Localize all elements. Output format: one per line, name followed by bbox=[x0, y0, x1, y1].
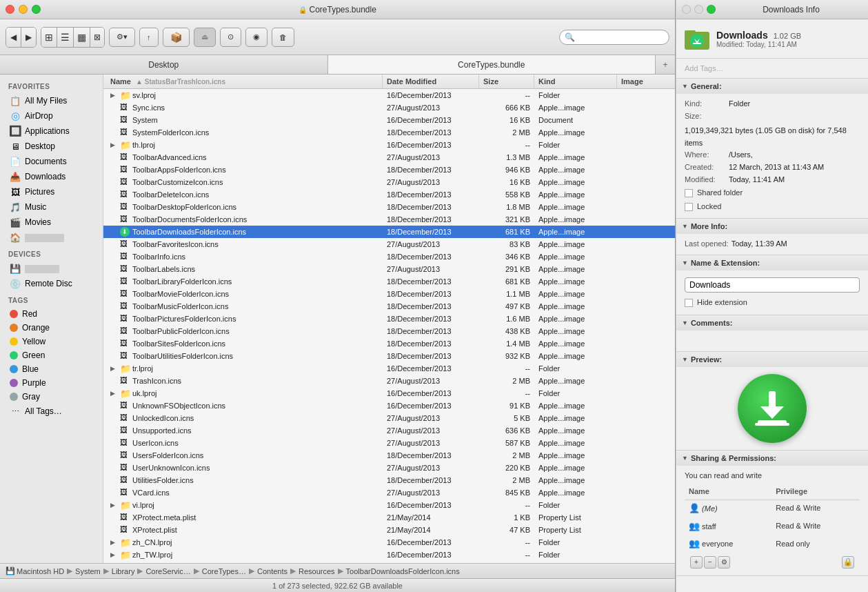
table-row[interactable]: 🖼UnknownFSObjectIcon.icns16/December/201… bbox=[103, 399, 675, 412]
col-header-date[interactable]: Date Modified bbox=[383, 75, 479, 88]
expander-icon[interactable]: ▶ bbox=[110, 365, 117, 372]
more-info-section-header[interactable]: ▼ More Info: bbox=[676, 219, 868, 234]
table-row[interactable]: 🖼System16/December/201316 KBDocument bbox=[103, 114, 675, 126]
delete-button[interactable]: 🗑 bbox=[272, 28, 294, 47]
table-row[interactable]: 🖼ToolbarAdvanced.icns27/August/20131.3 M… bbox=[103, 151, 675, 164]
search-input[interactable] bbox=[559, 30, 669, 45]
coverflow-view-button[interactable]: ⊠ bbox=[90, 28, 104, 47]
quick-look-button[interactable]: ◉ bbox=[245, 28, 268, 47]
col-header-size[interactable]: Size bbox=[479, 75, 534, 88]
table-row[interactable]: 🖼VCard.icns27/August/2013845 KBApple...i… bbox=[103, 486, 675, 499]
expander-icon[interactable]: ▶ bbox=[110, 390, 117, 397]
perm-remove-button[interactable]: − bbox=[704, 556, 716, 569]
sidebar-item-tag-blue[interactable]: Blue bbox=[3, 362, 100, 376]
table-row[interactable]: 🖼UtilitiesFolder.icns18/December/20132 M… bbox=[103, 474, 675, 486]
table-row[interactable]: 🖼Sync.icns27/August/2013666 KBApple...im… bbox=[103, 101, 675, 114]
table-row[interactable]: ▶📁uk.lproj16/December/2013--Folder bbox=[103, 387, 675, 399]
tab-coretypes[interactable]: CoreTypes.bundle bbox=[328, 55, 656, 74]
sidebar-item-macintosh-hd[interactable]: 💾 ███████ bbox=[3, 261, 100, 276]
table-row[interactable]: 🖼UnlockedIcon.icns27/August/20135 KBAppl… bbox=[103, 412, 675, 424]
sidebar-item-airdrop[interactable]: ◎ AirDrop bbox=[3, 108, 100, 124]
sidebar-item-pictures[interactable]: 🖼 Pictures bbox=[3, 184, 100, 199]
sharing-header[interactable]: ▼ Sharing & Permissions: bbox=[676, 451, 868, 466]
close-button[interactable] bbox=[6, 5, 14, 14]
table-row[interactable]: 🖼XProtect.meta.plist21/May/20141 KBPrope… bbox=[103, 511, 675, 524]
hide-extension-checkbox[interactable] bbox=[685, 299, 693, 307]
table-row[interactable]: 🖼ToolbarAppsFolderIcon.icns18/December/2… bbox=[103, 164, 675, 176]
table-row[interactable]: 🖼ToolbarFavoritesIcon.icns27/August/2013… bbox=[103, 238, 675, 250]
sidebar-item-remote-disc[interactable]: 💿 Remote Disc bbox=[3, 276, 100, 291]
share-button[interactable]: ↑ bbox=[139, 28, 159, 47]
table-row[interactable]: 🖼UserIcon.icns27/August/2013587 KBApple.… bbox=[103, 437, 675, 449]
perm-gear-button[interactable]: ⚙ bbox=[718, 556, 730, 569]
sidebar-item-tag-gray[interactable]: Gray bbox=[3, 390, 100, 404]
forward-button[interactable]: ▶ bbox=[21, 28, 36, 47]
dropbox-button[interactable]: 📦 bbox=[163, 28, 190, 47]
sidebar-item-tag-purple[interactable]: Purple bbox=[3, 376, 100, 390]
table-row[interactable]: 🖼ToolbarPicturesFolderIcon.icns18/Decemb… bbox=[103, 313, 675, 325]
name-extension-header[interactable]: ▼ Name & Extension: bbox=[676, 255, 868, 270]
table-row[interactable]: 🖼ToolbarUtilitiesFolderIcon.icns18/Decem… bbox=[103, 350, 675, 362]
sidebar-item-home[interactable]: 🏠 ████████ bbox=[3, 230, 100, 245]
perm-add-button[interactable]: + bbox=[690, 556, 703, 569]
arrange-button[interactable]: ⚙▾ bbox=[109, 28, 135, 47]
sidebar-item-downloads[interactable]: 📥 Downloads bbox=[3, 169, 100, 184]
table-row[interactable]: ▶📁zh_CN.lproj16/December/2013--Folder bbox=[103, 536, 675, 549]
expander-icon[interactable]: ▶ bbox=[110, 92, 117, 99]
table-row[interactable]: ▶📁th.lproj16/December/2013--Folder bbox=[103, 139, 675, 151]
table-row[interactable]: 🖼ToolbarMusicFolderIcon.icns18/December/… bbox=[103, 300, 675, 313]
table-row[interactable]: 🖼version.plist21/May/2014464 bytesProper… bbox=[103, 561, 675, 563]
sidebar-item-all-my-files[interactable]: 📋 All My Files bbox=[3, 93, 100, 108]
table-row[interactable]: 🖼XProtect.plist21/May/201447 KBProperty … bbox=[103, 524, 675, 536]
path-button[interactable]: ⊙ bbox=[220, 28, 241, 47]
sidebar-item-tag-yellow[interactable]: Yellow bbox=[3, 335, 100, 348]
general-section-header[interactable]: ▼ General: bbox=[676, 79, 868, 94]
col-header-name[interactable]: Name ▲ StatusBarTrashIcon.icns bbox=[106, 75, 383, 88]
sidebar-item-tag-red[interactable]: Red bbox=[3, 307, 100, 321]
maximize-button[interactable] bbox=[32, 5, 41, 14]
table-row[interactable]: 🖼ToolbarDeleteIcon.icns18/December/20135… bbox=[103, 188, 675, 201]
table-row[interactable]: 🖼ToolbarSitesFolderIcon.icns18/December/… bbox=[103, 337, 675, 350]
expander-icon[interactable]: ▶ bbox=[110, 502, 117, 509]
sidebar-item-all-tags[interactable]: ⋯ All Tags… bbox=[3, 404, 100, 419]
name-extension-input[interactable] bbox=[685, 277, 860, 293]
sidebar-item-applications[interactable]: 🔲 Applications bbox=[3, 124, 100, 139]
sidebar-item-tag-green[interactable]: Green bbox=[3, 348, 100, 362]
table-row[interactable]: 🖼TrashIcon.icns27/August/20132 MBApple..… bbox=[103, 375, 675, 387]
icon-view-button[interactable]: ⊞ bbox=[41, 28, 57, 47]
table-row[interactable]: 🖼UsersFolderIcon.icns18/December/20132 M… bbox=[103, 449, 675, 462]
lock-permissions-button[interactable]: 🔒 bbox=[842, 556, 854, 569]
table-row[interactable]: ▶📁vi.lproj16/December/2013--Folder bbox=[103, 499, 675, 511]
column-view-button[interactable]: ▦ bbox=[74, 28, 90, 47]
table-row[interactable]: 🖼ToolbarDocumentsFolderIcon.icns18/Decem… bbox=[103, 213, 675, 226]
table-row[interactable]: 🖼SystemFolderIcon.icns18/December/20132 … bbox=[103, 126, 675, 139]
expander-icon[interactable]: ▶ bbox=[110, 539, 117, 546]
tab-add-button[interactable]: + bbox=[656, 55, 675, 74]
eject-button[interactable]: ⏏ bbox=[194, 28, 216, 47]
info-maximize-button[interactable] bbox=[707, 5, 716, 14]
sidebar-item-movies[interactable]: 🎬 Movies bbox=[3, 215, 100, 230]
table-row[interactable]: 🖼ToolbarLabels.icns27/August/2013291 KBA… bbox=[103, 263, 675, 275]
list-view-button[interactable]: ☰ bbox=[57, 28, 74, 47]
table-row[interactable]: 🖼ToolbarPublicFolderIcon.icns18/December… bbox=[103, 325, 675, 337]
table-row[interactable]: 🖼Unsupported.icns27/August/2013636 KBApp… bbox=[103, 424, 675, 437]
table-row[interactable]: 🖼ToolbarCustomizeIcon.icns27/August/2013… bbox=[103, 176, 675, 188]
sidebar-item-desktop[interactable]: 🖥 Desktop bbox=[3, 139, 100, 154]
table-row[interactable]: ⬇ToolbarDownloadsFolderIcon.icns18/Decem… bbox=[103, 226, 675, 238]
col-header-image[interactable]: Image bbox=[617, 75, 672, 88]
table-row[interactable]: 🖼ToolbarDesktopFolderIcon.icns18/Decembe… bbox=[103, 201, 675, 213]
expander-icon[interactable]: ▶ bbox=[110, 141, 117, 148]
col-header-kind[interactable]: Kind bbox=[534, 75, 617, 88]
locked-checkbox[interactable] bbox=[685, 203, 693, 211]
preview-header[interactable]: ▼ Preview: bbox=[676, 352, 868, 367]
shared-folder-checkbox[interactable] bbox=[685, 189, 693, 197]
table-row[interactable]: 🖼ToolbarLibraryFolderIcon.icns18/Decembe… bbox=[103, 275, 675, 288]
table-row[interactable]: 🖼ToolbarMovieFolderIcon.icns18/December/… bbox=[103, 288, 675, 300]
minimize-button[interactable] bbox=[19, 5, 28, 14]
table-row[interactable]: ▶📁sv.lproj16/December/2013--Folder bbox=[103, 89, 675, 101]
table-row[interactable]: ▶📁zh_TW.lproj16/December/2013--Folder bbox=[103, 549, 675, 561]
info-minimize-button[interactable] bbox=[694, 5, 703, 14]
comments-header[interactable]: ▼ Comments: bbox=[676, 315, 868, 330]
back-button[interactable]: ◀ bbox=[6, 28, 21, 47]
sidebar-item-tag-orange[interactable]: Orange bbox=[3, 321, 100, 335]
